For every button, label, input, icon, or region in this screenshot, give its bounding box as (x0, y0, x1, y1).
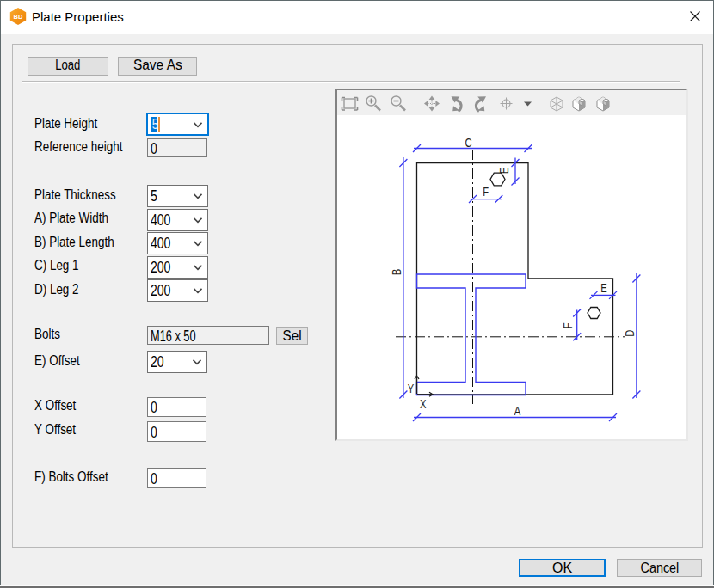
svg-text:C: C (465, 137, 471, 150)
svg-text:Y: Y (408, 382, 415, 395)
svg-text:F: F (562, 322, 575, 328)
svg-text:X: X (420, 398, 427, 411)
svg-text:F: F (483, 186, 489, 199)
svg-text:B: B (391, 269, 403, 275)
svg-text:E: E (498, 168, 511, 174)
svg-text:D: D (624, 330, 637, 337)
svg-text:A: A (514, 405, 521, 418)
svg-text:E: E (600, 282, 606, 295)
